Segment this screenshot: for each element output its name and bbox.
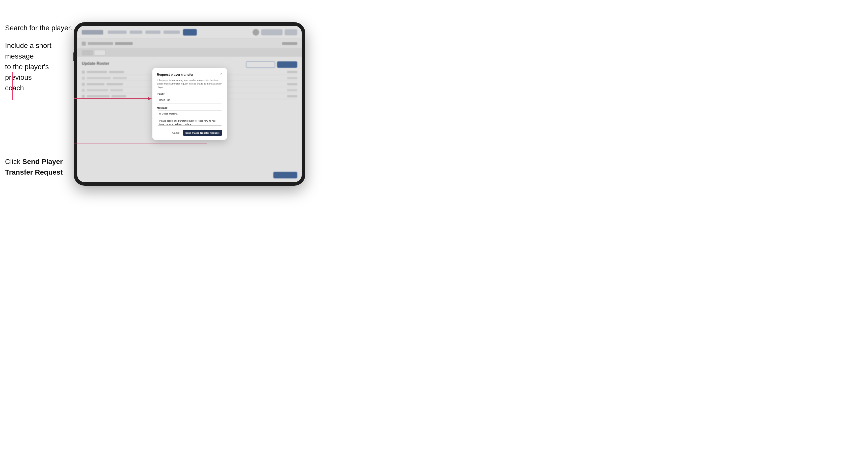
modal-description: If the player is transferring from anoth… — [157, 79, 222, 89]
message-textarea[interactable] — [157, 111, 222, 126]
player-input[interactable] — [157, 97, 222, 103]
close-icon[interactable]: × — [219, 71, 223, 76]
tablet-device: Update Roster — [74, 22, 305, 186]
annotation-message: Include a short messageto the player's p… — [5, 40, 73, 93]
cancel-button[interactable]: Cancel — [172, 131, 180, 134]
request-transfer-modal: Request player transfer × If the player … — [152, 68, 227, 140]
modal-actions: Cancel Send Player Transfer Request — [157, 130, 222, 136]
annotation-search: Search for the player. — [5, 23, 72, 33]
message-label: Message — [157, 106, 222, 109]
player-label: Player — [157, 93, 222, 95]
annotation-click: Click Send PlayerTransfer Request — [5, 156, 63, 178]
send-transfer-button[interactable]: Send Player Transfer Request — [183, 130, 222, 136]
modal-title: Request player transfer — [157, 73, 222, 76]
modal-overlay: Request player transfer × If the player … — [77, 26, 302, 182]
tablet-screen: Update Roster — [77, 26, 302, 182]
